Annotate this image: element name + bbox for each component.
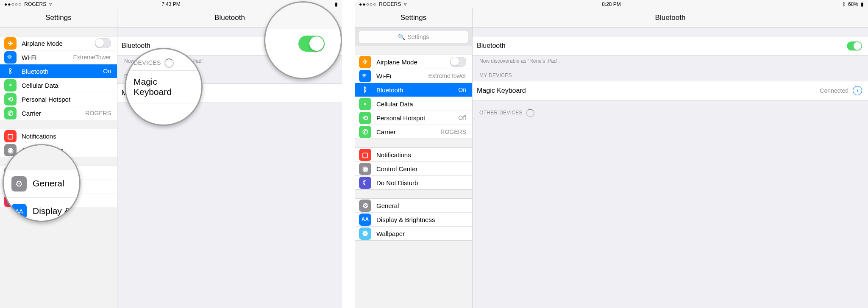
phone-icon: ✆: [359, 126, 371, 138]
sidebar-item-airplane[interactable]: ✈Airplane Mode: [355, 55, 472, 69]
carrier-name: ROGERS: [24, 1, 46, 7]
control-center-icon: ◉: [359, 163, 371, 175]
gear-icon: ⚙: [359, 200, 371, 212]
status-bar: ●●○○○ ROGERS ᯤ 8:28 PM ᛒ 68% ▮: [355, 0, 868, 8]
sidebar: Settings 🔍Settings ✈Airplane Mode ᯤWi-Fi…: [355, 8, 473, 308]
sidebar-item-dnd[interactable]: ☾Do Not Disturb: [355, 175, 472, 189]
notifications-icon: ▢: [359, 149, 371, 161]
detail-title: Bluetooth: [473, 8, 868, 28]
callout-general: ⚙General AADisplay &: [3, 144, 81, 222]
battery-pct: 68%: [848, 1, 858, 7]
sidebar-item-display[interactable]: AADisplay & Brightness: [355, 212, 472, 226]
spinner-icon: [164, 58, 174, 68]
sidebar-item-bluetooth[interactable]: ᛒBluetoothOn: [355, 83, 472, 97]
phone-icon: ✆: [4, 107, 17, 119]
wallpaper-icon: ❁: [359, 228, 371, 240]
signal-dots: ●●○○○: [4, 1, 22, 7]
other-devices-header: OTHER DEVICES: [473, 100, 868, 120]
hotspot-icon: ⟲: [4, 93, 17, 105]
sidebar-item-notifications[interactable]: ▢Notifications: [355, 148, 472, 161]
callout-devices: DEVICES Magic Keyboard: [125, 48, 203, 126]
sidebar-item-hotspot[interactable]: ⟲Personal Hotspot: [0, 92, 117, 106]
detail-pane: Bluetooth Bluetooth Now discoverable as …: [473, 8, 868, 308]
bluetooth-switch-zoom: [298, 36, 325, 52]
sidebar-item-carrier[interactable]: ✆CarrierROGERS: [355, 125, 472, 139]
sidebar-item-general[interactable]: ⚙General: [355, 199, 472, 212]
screenshot-right: ●●○○○ ROGERS ᯤ 8:28 PM ᛒ 68% ▮ Settings …: [355, 0, 868, 308]
signal-dots: ●●○○○: [359, 1, 376, 7]
sidebar-item-carrier[interactable]: ✆CarrierROGERS: [0, 106, 117, 120]
search-icon: 🔍: [398, 33, 405, 40]
spinner-icon: [526, 109, 534, 117]
wifi-icon: ᯤ: [359, 70, 371, 82]
hotspot-icon: ⟲: [359, 112, 371, 124]
sidebar-item-airplane[interactable]: ✈Airplane Mode: [0, 36, 117, 50]
sidebar-item-control-center[interactable]: ◉Control Center: [355, 161, 472, 175]
display-icon: AA: [359, 214, 371, 226]
airplane-switch[interactable]: [450, 57, 466, 67]
antenna-icon: ▪: [359, 98, 371, 110]
sidebar-title: Settings: [355, 8, 472, 28]
bluetooth-icon: ᛒ: [4, 65, 17, 78]
discoverable-caption: Now discoverable as “Rene's iPad”.: [473, 55, 868, 64]
sidebar-item-cellular[interactable]: ▪Cellular Data: [355, 97, 472, 111]
callout-bluetooth-switch: [264, 1, 342, 79]
gear-icon: ⚙: [11, 176, 27, 191]
wifi-icon: ᯤ: [49, 1, 54, 7]
sidebar-item-cellular[interactable]: ▪Cellular Data: [0, 78, 117, 92]
clock: 8:28 PM: [602, 1, 621, 7]
sidebar-item-bluetooth[interactable]: ᛒBluetoothOn: [0, 64, 117, 78]
bluetooth-icon: ᛒ: [359, 84, 371, 96]
general-row-zoom: ⚙General: [4, 170, 79, 198]
sidebar-item-notifications[interactable]: ▢Notifications: [0, 129, 117, 143]
notifications-icon: ▢: [4, 130, 17, 142]
sidebar-item-wifi[interactable]: ᯤWi-FiExtremeTower: [0, 50, 117, 64]
antenna-icon: ▪: [4, 79, 17, 92]
info-icon[interactable]: i: [853, 86, 862, 95]
bluetooth-switch[interactable]: [847, 41, 862, 50]
battery-icon: ▮: [335, 1, 338, 7]
airplane-icon: ✈: [359, 56, 371, 68]
screenshot-left: ●●○○○ ROGERS ᯤ 7:43 PM ▮ Settings ✈Airpl…: [0, 0, 342, 308]
wifi-icon: ᯤ: [403, 1, 409, 7]
sidebar-item-hotspot[interactable]: ⟲Personal HotspotOff: [355, 111, 472, 125]
device-row-zoom: Magic Keyboard: [126, 70, 201, 103]
search-input[interactable]: 🔍Settings: [359, 31, 468, 43]
clock: 7:43 PM: [161, 1, 181, 7]
carrier-name: ROGERS: [379, 1, 401, 7]
sidebar-item-wallpaper[interactable]: ❁Wallpaper: [355, 226, 472, 240]
sidebar-title: Settings: [0, 8, 117, 28]
moon-icon: ☾: [359, 177, 371, 189]
airplane-switch[interactable]: [95, 38, 111, 48]
sidebar-item-wifi[interactable]: ᯤWi-FiExtremeTower: [355, 69, 472, 83]
wifi-icon: ᯤ: [4, 51, 17, 64]
device-row[interactable]: Magic KeyboardConnectedi: [473, 81, 868, 100]
my-devices-header: MY DEVICES: [473, 64, 868, 81]
bluetooth-status-icon: ᛒ: [843, 1, 846, 7]
airplane-icon: ✈: [4, 37, 17, 50]
bluetooth-toggle-row[interactable]: Bluetooth: [473, 36, 868, 55]
battery-icon: ▮: [861, 1, 864, 7]
